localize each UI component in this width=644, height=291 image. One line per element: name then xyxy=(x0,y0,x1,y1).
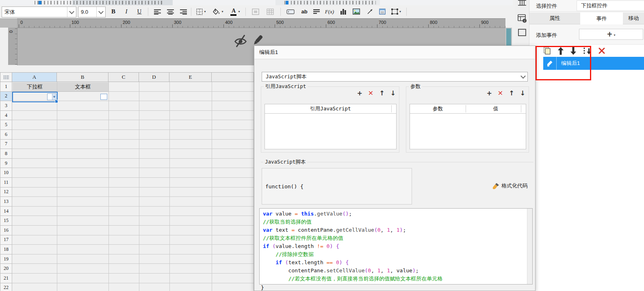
delete-icon[interactable]: ✕ xyxy=(368,90,373,97)
image-button[interactable] xyxy=(350,6,362,17)
function-signature: function() { xyxy=(262,183,304,190)
add-event-button[interactable]: + ▾ xyxy=(579,29,643,40)
underline-button[interactable]: U xyxy=(133,6,145,17)
textfield-widget-button[interactable] xyxy=(284,6,297,17)
column-header-E[interactable]: E xyxy=(169,72,212,82)
font-family-select[interactable]: 宋体 xyxy=(2,6,76,17)
row-header-1[interactable]: 1 xyxy=(0,82,12,92)
dropdown-widget-in-cell[interactable]: ▼ xyxy=(47,93,56,100)
row-header-19[interactable]: 19 xyxy=(0,254,12,264)
row-header-14[interactable]: 14 xyxy=(0,207,12,216)
eye-off-icon[interactable] xyxy=(233,34,248,48)
row-header-22[interactable]: 22 xyxy=(0,283,12,291)
textbox-widget-in-cell[interactable] xyxy=(100,94,107,100)
dialog-title-bar[interactable]: 编辑后1 xyxy=(254,46,535,59)
split-cells-button[interactable] xyxy=(263,6,277,17)
down-icon[interactable]: ↓ xyxy=(520,90,525,97)
row-header-17[interactable]: 17 xyxy=(0,235,12,245)
row-header-16[interactable]: 16 xyxy=(0,226,12,235)
reference-js-table[interactable]: 引用JavaScript xyxy=(265,104,397,149)
column-header-A[interactable]: A xyxy=(12,72,57,82)
selection-fill-handle[interactable] xyxy=(55,100,58,103)
reference-js-section: 引用JavaScript + ✕ ↑ ↓ 引用JavaScript xyxy=(261,86,399,153)
row-header-21[interactable]: 21 xyxy=(0,274,12,283)
dropdown-arrow-icon: ▾ xyxy=(204,10,206,13)
row-header-13[interactable]: 13 xyxy=(0,197,12,207)
clipped-tab-strip xyxy=(0,0,513,6)
row-header-18[interactable]: 18 xyxy=(0,245,12,254)
row-header-10[interactable]: 10 xyxy=(0,168,12,178)
ruler-label: 300 xyxy=(174,20,181,25)
column-header-C[interactable]: C xyxy=(108,72,139,82)
chevron-down-icon[interactable] xyxy=(67,7,76,17)
column-header-partial[interactable] xyxy=(212,72,254,82)
table-info-icon[interactable]: i xyxy=(517,13,527,23)
ruler-label: 600 xyxy=(327,20,335,25)
formula-button[interactable]: F(x) xyxy=(323,6,336,17)
down-icon[interactable]: ↓ xyxy=(390,90,396,97)
dropdown-arrow-icon: ▾ xyxy=(221,10,223,13)
cell-A1[interactable]: 下拉框 xyxy=(13,82,57,92)
add-icon[interactable]: + xyxy=(486,90,492,97)
row-header-5[interactable]: 5 xyxy=(0,120,12,130)
row-header-9[interactable]: 9 xyxy=(0,159,12,168)
code-editor[interactable]: var value = this.getValue();//获取当前选择的值va… xyxy=(259,208,533,285)
tab-events[interactable]: 事件 xyxy=(580,13,623,24)
grid-dots-icon xyxy=(3,75,9,80)
param-section: 参数 + ✕ ↑ ↓ 参数 值 xyxy=(406,86,529,153)
chevron-down-icon[interactable] xyxy=(518,75,527,78)
dropdown-arrow-icon: ▾ xyxy=(614,33,616,37)
row-header-8[interactable]: 8 xyxy=(0,149,12,159)
row-header-2[interactable]: 2 xyxy=(0,92,12,101)
tab-properties[interactable]: 属性 xyxy=(529,13,580,24)
column-header-D[interactable]: D xyxy=(139,72,169,82)
up-icon[interactable]: ↑ xyxy=(379,90,384,97)
control-select[interactable]: 下拉框控件 xyxy=(577,0,644,11)
event-type-select[interactable]: JavaScript脚本 xyxy=(262,72,528,82)
font-family-value: 宋体 xyxy=(2,9,67,16)
borders-button[interactable]: ▾ xyxy=(193,6,209,17)
italic-button[interactable]: I xyxy=(120,6,132,17)
ruler-icon[interactable] xyxy=(517,0,527,7)
chart-button[interactable] xyxy=(337,6,349,17)
line-tool-button[interactable] xyxy=(364,6,376,17)
plus-icon: + xyxy=(607,31,612,38)
param-name-column: 参数 xyxy=(410,104,466,113)
align-right-button[interactable] xyxy=(177,6,189,17)
rich-text-button[interactable] xyxy=(310,6,323,17)
font-color-button[interactable]: A ▾ xyxy=(228,6,243,17)
font-size-select[interactable]: 9.0 xyxy=(78,6,106,17)
row-header-12[interactable]: 12 xyxy=(0,188,12,197)
row-header-4[interactable]: 4 xyxy=(0,111,12,121)
ruler-label: 900 xyxy=(481,20,488,25)
param-table[interactable]: 参数 值 xyxy=(410,104,526,149)
param-value-column: 值 xyxy=(466,104,526,113)
merge-cells-button[interactable] xyxy=(249,6,262,17)
editor-scrollbar[interactable] xyxy=(527,209,532,284)
sheet-grid[interactable] xyxy=(12,82,254,291)
row-header-7[interactable]: 7 xyxy=(0,140,12,149)
row-header-20[interactable]: 20 xyxy=(0,264,12,274)
row-header-15[interactable]: 15 xyxy=(0,216,12,226)
row-header-6[interactable]: 6 xyxy=(0,130,12,140)
bold-button[interactable]: B xyxy=(107,6,119,17)
rect-outline-icon[interactable] xyxy=(517,28,527,37)
column-header-B[interactable]: B xyxy=(57,72,108,82)
delete-event-icon[interactable] xyxy=(598,47,605,54)
label-widget-button[interactable]: ab xyxy=(298,6,310,17)
align-center-button[interactable] xyxy=(164,6,176,17)
frame-tool-button[interactable]: ▾ xyxy=(388,6,404,17)
format-code-button[interactable]: 格式化代码 xyxy=(492,182,528,190)
delete-icon[interactable]: ✕ xyxy=(498,90,503,97)
up-icon[interactable]: ↑ xyxy=(509,90,514,97)
chevron-down-icon[interactable] xyxy=(96,7,105,17)
widget-block-button[interactable] xyxy=(376,6,388,17)
fill-color-button[interactable]: ▾ xyxy=(210,6,226,17)
row-header-11[interactable]: 11 xyxy=(0,178,12,188)
tab-mobile[interactable]: 移动 xyxy=(623,13,644,24)
add-icon[interactable]: + xyxy=(357,90,362,97)
cell-B1[interactable]: 文本框 xyxy=(57,82,108,92)
align-left-button[interactable] xyxy=(151,6,163,17)
row-header-3[interactable]: 3 xyxy=(0,101,12,111)
sheet-select-all-corner[interactable] xyxy=(0,72,12,82)
